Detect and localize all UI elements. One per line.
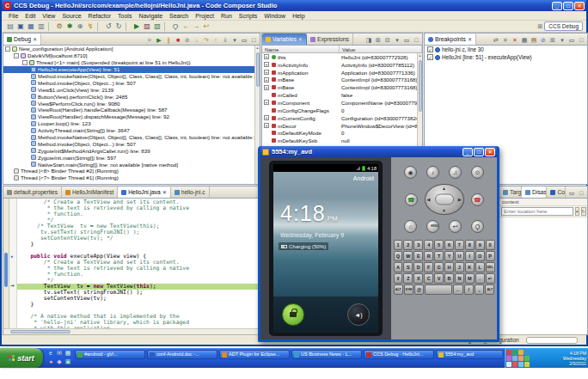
maximize-view-icon[interactable]: □	[577, 36, 585, 45]
remove-icon[interactable]: ✕	[501, 36, 510, 45]
view-menu-icon[interactable]: ▾	[393, 36, 401, 45]
debug-tree-item[interactable]: Button(View).performClick() line: 2485	[3, 93, 260, 100]
start-button[interactable]: start	[0, 348, 43, 368]
drop-to-frame-icon[interactable]: ⇓	[221, 36, 230, 45]
debug-tree-item[interactable]: Thread [<7> Binder Thread #1] (Running)	[3, 174, 260, 181]
minimize-view-icon[interactable]: ▭	[240, 36, 248, 45]
disconnect-icon[interactable]: ⊘	[183, 36, 192, 45]
key-sym[interactable]: ←	[453, 284, 462, 295]
debug-tree-item[interactable]: HelloJni.executeApp(View) line: 51	[3, 66, 260, 73]
key-6[interactable]: 6	[444, 240, 454, 250]
print-icon[interactable]: ▥	[36, 21, 46, 32]
debug-tree-item[interactable]: -Thread [<1> main] (Suspended (breakpoin…	[3, 59, 260, 66]
menu-navigate[interactable]: Navigate	[135, 13, 166, 19]
breakpoint-item[interactable]: ✓HelloJni [line: 51] - executeApp(View)	[425, 53, 587, 61]
breakpoint-checkbox[interactable]: ✓	[427, 54, 433, 60]
close-tab-icon[interactable]: ✕	[33, 36, 37, 42]
messenger-icon[interactable]: ▣	[64, 358, 72, 366]
menu-view[interactable]: View	[39, 13, 58, 19]
minimize-view-icon[interactable]: ▭	[567, 36, 576, 45]
debug-tree-item[interactable]: Method.invoke(Object, Object...) line: 5…	[3, 140, 260, 147]
tree-expander-icon[interactable]: -	[22, 60, 28, 65]
menu-help[interactable]: Help	[289, 13, 308, 19]
tray-icon[interactable]	[524, 350, 530, 355]
show-breakpoints-supported-icon[interactable]: ▦	[520, 36, 529, 45]
tray-icon[interactable]	[506, 362, 511, 367]
tray-icon[interactable]	[512, 356, 518, 361]
editor-overview-ruler[interactable]	[3, 199, 9, 328]
power-button[interactable]: ⊙	[471, 166, 484, 179]
tab-variables[interactable]: Variables✕	[262, 34, 307, 45]
key-sym[interactable]: ↵	[486, 273, 495, 284]
menu-button[interactable]: MENU	[426, 220, 439, 233]
variable-row[interactable]: mDefaultKeySsbnull	[262, 137, 422, 144]
key-sym[interactable]: /	[464, 284, 474, 295]
minimize-button[interactable]: _	[552, 2, 562, 10]
view-menu-icon[interactable]: ▾	[230, 36, 239, 45]
location-input[interactable]	[501, 207, 573, 216]
tray-icon[interactable]	[518, 350, 524, 355]
row-expander-icon[interactable]: +	[264, 123, 269, 128]
variable-row[interactable]: +thisHelloJni (id=830007772928)	[262, 53, 422, 61]
breakpoint-item[interactable]: ✓hello-jni.c, line 30	[425, 46, 587, 53]
step-over-icon[interactable]: ↷	[202, 36, 211, 45]
debug-tree-item[interactable]: Method.invokeNative(Object, Object[], Cl…	[3, 134, 260, 141]
variable-row[interactable]: +mBaseContextImpl (id=830007773168)	[262, 76, 422, 84]
editor-tab-hellojni.java[interactable]: HelloJni.java✕	[118, 186, 170, 198]
refresh-icon[interactable]: ↻	[581, 207, 586, 216]
task-button[interactable]: CCS Debug - HelloJni...	[364, 350, 434, 359]
perspective-grid-icon[interactable]: ⊞	[537, 23, 542, 30]
row-expander-icon[interactable]: +	[264, 100, 269, 105]
variable-row[interactable]: mConfigChangeFlags0	[262, 107, 422, 114]
tray-icon[interactable]	[506, 356, 511, 361]
menu-run[interactable]: Run	[217, 13, 236, 19]
variable-row[interactable]: +mDecorPhoneWindow$DecorView (id=8300077…	[262, 122, 422, 130]
expand-all-icon[interactable]: ⊞	[548, 36, 557, 45]
show-desktop-icon[interactable]: ▦	[64, 349, 72, 358]
save-icon[interactable]: ▣	[15, 21, 26, 32]
tree-expander-icon[interactable]: -	[5, 46, 10, 52]
view-menu-icon[interactable]: ▾	[558, 36, 567, 45]
tray-icon[interactable]	[512, 362, 518, 367]
menu-refactor[interactable]: Refactor	[85, 13, 114, 19]
minimize-view-icon[interactable]: ▭	[402, 36, 411, 45]
row-expander-icon[interactable]: +	[264, 54, 269, 59]
navigate-forward-icon[interactable]: →	[191, 21, 201, 32]
row-expander-icon[interactable]: +	[264, 62, 269, 67]
resume-icon[interactable]: ▶	[155, 36, 163, 45]
task-button[interactable]: 5554:my_avd	[436, 350, 502, 359]
variable-row[interactable]: +mComponentComponentName (id=83000779405…	[262, 99, 422, 107]
dpad-left-icon[interactable]: ◀	[427, 197, 431, 202]
tab-debug[interactable]: Debug ✕	[3, 34, 41, 45]
phone-screen[interactable]: 4:18 Android 4:18PM Wednesday, February …	[273, 164, 378, 333]
debug-tree-item[interactable]: -New_configuration [Android Application]	[3, 46, 260, 52]
emulator-minimize-button[interactable]: _	[462, 148, 473, 156]
key-v[interactable]: V	[434, 273, 444, 284]
debug-tree-item[interactable]: ActivityThread.main(String[]) line: 3647	[3, 127, 260, 134]
variable-row[interactable]: mCalledfalse	[262, 91, 422, 99]
key-sym[interactable]: SYM	[404, 284, 413, 295]
search-icon[interactable]: Ϙ	[170, 21, 181, 32]
menu-edit[interactable]: Edit	[21, 13, 39, 19]
key-alt[interactable]: ALT	[485, 284, 494, 295]
skip-all-breakpoints-icon[interactable]: ⊘	[539, 36, 548, 45]
browser-icon[interactable]: ●	[46, 358, 55, 366]
tab-expressions[interactable]: Expressions	[307, 34, 353, 45]
menu-scripts[interactable]: Scripts	[236, 13, 260, 19]
title-bar[interactable]: C CCS Debug - HelloJni/src/com/example/h…	[2, 0, 586, 11]
key-alt[interactable]: ALT	[394, 284, 403, 295]
key-o[interactable]: O	[475, 251, 485, 261]
key-u[interactable]: U	[455, 251, 464, 261]
key-r[interactable]: R	[424, 251, 433, 261]
key-9[interactable]: 9	[475, 240, 485, 250]
last-edit-location-icon[interactable]: ↩	[201, 21, 211, 32]
terminate-icon[interactable]: ■	[174, 36, 182, 45]
navigate-back-icon[interactable]: ←	[181, 21, 191, 32]
key-7[interactable]: 7	[455, 240, 464, 250]
debug-tree-item[interactable]: View$1.onClick(View) line: 2139	[3, 86, 260, 93]
key-5[interactable]: 5	[434, 240, 444, 250]
row-expander-icon[interactable]: +	[264, 85, 269, 90]
outlook-icon[interactable]: ✉	[55, 349, 64, 358]
tab-disassembly[interactable]: Disassembly✕	[522, 186, 547, 198]
remove-all-icon[interactable]: ✕	[511, 36, 519, 45]
